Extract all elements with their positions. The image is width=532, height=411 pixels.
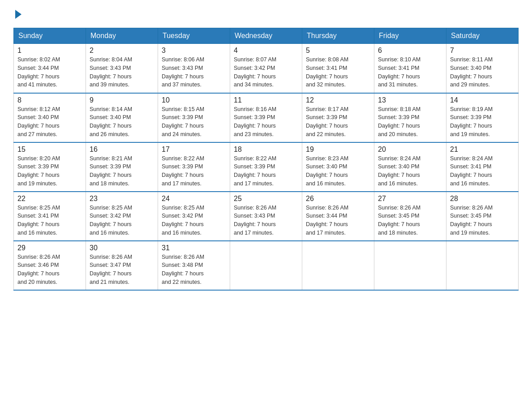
day-number: 6 [378, 47, 442, 55]
day-info: Sunrise: 8:16 AMSunset: 3:39 PMDaylight:… [234, 105, 298, 139]
day-info: Sunrise: 8:14 AMSunset: 3:40 PMDaylight:… [90, 105, 154, 139]
day-info: Sunrise: 8:25 AMSunset: 3:41 PMDaylight:… [17, 204, 82, 237]
header-row: SundayMondayTuesdayWednesdayThursdayFrid… [14, 28, 519, 44]
calendar-week-row: 1Sunrise: 8:02 AMSunset: 3:44 PMDaylight… [14, 44, 519, 93]
day-info: Sunrise: 8:20 AMSunset: 3:39 PMDaylight:… [17, 154, 82, 188]
calendar-day-cell: 29Sunrise: 8:26 AMSunset: 3:46 PMDayligh… [14, 241, 86, 290]
day-number: 31 [162, 244, 226, 252]
day-number: 24 [162, 195, 226, 203]
day-of-week-header: Sunday [14, 28, 86, 44]
day-info: Sunrise: 8:23 AMSunset: 3:40 PMDaylight:… [306, 154, 370, 188]
day-number: 5 [306, 47, 370, 55]
day-number: 17 [162, 146, 226, 154]
calendar-week-row: 29Sunrise: 8:26 AMSunset: 3:46 PMDayligh… [14, 241, 519, 290]
calendar-day-cell: 15Sunrise: 8:20 AMSunset: 3:39 PMDayligh… [14, 142, 86, 192]
logo [13, 9, 21, 19]
calendar-day-cell [446, 241, 519, 290]
day-number: 18 [234, 146, 298, 154]
calendar-body: 1Sunrise: 8:02 AMSunset: 3:44 PMDaylight… [14, 44, 519, 290]
day-info: Sunrise: 8:24 AMSunset: 3:41 PMDaylight:… [450, 154, 515, 188]
calendar-day-cell: 5Sunrise: 8:08 AMSunset: 3:41 PMDaylight… [302, 44, 374, 93]
calendar-day-cell: 9Sunrise: 8:14 AMSunset: 3:40 PMDaylight… [86, 93, 158, 142]
day-info: Sunrise: 8:19 AMSunset: 3:39 PMDaylight:… [450, 105, 515, 139]
day-of-week-header: Monday [86, 28, 158, 44]
day-info: Sunrise: 8:08 AMSunset: 3:41 PMDaylight:… [306, 56, 370, 89]
calendar-day-cell: 16Sunrise: 8:21 AMSunset: 3:39 PMDayligh… [86, 142, 158, 192]
calendar-day-cell: 26Sunrise: 8:26 AMSunset: 3:44 PMDayligh… [302, 192, 374, 241]
calendar-day-cell: 25Sunrise: 8:26 AMSunset: 3:43 PMDayligh… [230, 192, 302, 241]
day-info: Sunrise: 8:26 AMSunset: 3:47 PMDaylight:… [90, 253, 154, 287]
day-info: Sunrise: 8:26 AMSunset: 3:45 PMDaylight:… [378, 204, 442, 237]
day-number: 25 [234, 195, 298, 203]
day-number: 13 [378, 96, 442, 104]
day-info: Sunrise: 8:26 AMSunset: 3:43 PMDaylight:… [234, 204, 298, 237]
calendar-day-cell: 6Sunrise: 8:10 AMSunset: 3:41 PMDaylight… [374, 44, 446, 93]
day-number: 15 [17, 146, 82, 154]
calendar-week-row: 15Sunrise: 8:20 AMSunset: 3:39 PMDayligh… [14, 142, 519, 192]
calendar-day-cell: 10Sunrise: 8:15 AMSunset: 3:39 PMDayligh… [158, 93, 230, 142]
day-info: Sunrise: 8:25 AMSunset: 3:42 PMDaylight:… [162, 204, 226, 237]
calendar-day-cell: 12Sunrise: 8:17 AMSunset: 3:39 PMDayligh… [302, 93, 374, 142]
day-info: Sunrise: 8:24 AMSunset: 3:40 PMDaylight:… [378, 154, 442, 188]
day-number: 26 [306, 195, 370, 203]
page-header [13, 9, 519, 19]
calendar-day-cell: 21Sunrise: 8:24 AMSunset: 3:41 PMDayligh… [446, 142, 519, 192]
day-info: Sunrise: 8:22 AMSunset: 3:39 PMDaylight:… [234, 154, 298, 188]
day-info: Sunrise: 8:26 AMSunset: 3:46 PMDaylight:… [17, 253, 82, 287]
day-info: Sunrise: 8:12 AMSunset: 3:40 PMDaylight:… [17, 105, 82, 139]
day-number: 10 [162, 96, 226, 104]
calendar-day-cell: 11Sunrise: 8:16 AMSunset: 3:39 PMDayligh… [230, 93, 302, 142]
day-number: 23 [90, 195, 154, 203]
day-info: Sunrise: 8:18 AMSunset: 3:39 PMDaylight:… [378, 105, 442, 139]
calendar-day-cell [230, 241, 302, 290]
calendar-day-cell [374, 241, 446, 290]
calendar-day-cell: 2Sunrise: 8:04 AMSunset: 3:43 PMDaylight… [86, 44, 158, 93]
day-number: 2 [90, 47, 154, 55]
day-number: 28 [450, 195, 515, 203]
calendar-day-cell: 30Sunrise: 8:26 AMSunset: 3:47 PMDayligh… [86, 241, 158, 290]
day-number: 14 [450, 96, 515, 104]
calendar-day-cell: 28Sunrise: 8:26 AMSunset: 3:45 PMDayligh… [446, 192, 519, 241]
calendar-day-cell: 19Sunrise: 8:23 AMSunset: 3:40 PMDayligh… [302, 142, 374, 192]
calendar-day-cell: 20Sunrise: 8:24 AMSunset: 3:40 PMDayligh… [374, 142, 446, 192]
calendar-day-cell: 8Sunrise: 8:12 AMSunset: 3:40 PMDaylight… [14, 93, 86, 142]
day-of-week-header: Wednesday [230, 28, 302, 44]
day-info: Sunrise: 8:07 AMSunset: 3:42 PMDaylight:… [234, 56, 298, 89]
day-number: 3 [162, 47, 226, 55]
day-info: Sunrise: 8:21 AMSunset: 3:39 PMDaylight:… [90, 154, 154, 188]
calendar-day-cell [302, 241, 374, 290]
day-number: 19 [306, 146, 370, 154]
calendar-day-cell: 4Sunrise: 8:07 AMSunset: 3:42 PMDaylight… [230, 44, 302, 93]
day-info: Sunrise: 8:11 AMSunset: 3:40 PMDaylight:… [450, 56, 515, 89]
day-info: Sunrise: 8:22 AMSunset: 3:39 PMDaylight:… [162, 154, 226, 188]
calendar-day-cell: 14Sunrise: 8:19 AMSunset: 3:39 PMDayligh… [446, 93, 519, 142]
calendar-day-cell: 23Sunrise: 8:25 AMSunset: 3:42 PMDayligh… [86, 192, 158, 241]
day-number: 12 [306, 96, 370, 104]
calendar-day-cell: 27Sunrise: 8:26 AMSunset: 3:45 PMDayligh… [374, 192, 446, 241]
day-info: Sunrise: 8:26 AMSunset: 3:44 PMDaylight:… [306, 204, 370, 237]
calendar-day-cell: 31Sunrise: 8:26 AMSunset: 3:48 PMDayligh… [158, 241, 230, 290]
day-info: Sunrise: 8:25 AMSunset: 3:42 PMDaylight:… [90, 204, 154, 237]
day-number: 20 [378, 146, 442, 154]
day-of-week-header: Tuesday [158, 28, 230, 44]
day-number: 8 [17, 96, 82, 104]
calendar-day-cell: 22Sunrise: 8:25 AMSunset: 3:41 PMDayligh… [14, 192, 86, 241]
day-of-week-header: Friday [374, 28, 446, 44]
day-number: 4 [234, 47, 298, 55]
day-number: 9 [90, 96, 154, 104]
calendar-week-row: 8Sunrise: 8:12 AMSunset: 3:40 PMDaylight… [14, 93, 519, 142]
calendar-day-cell: 18Sunrise: 8:22 AMSunset: 3:39 PMDayligh… [230, 142, 302, 192]
calendar-day-cell: 1Sunrise: 8:02 AMSunset: 3:44 PMDaylight… [14, 44, 86, 93]
day-info: Sunrise: 8:06 AMSunset: 3:43 PMDaylight:… [162, 56, 226, 89]
day-info: Sunrise: 8:10 AMSunset: 3:41 PMDaylight:… [378, 56, 442, 89]
day-info: Sunrise: 8:15 AMSunset: 3:39 PMDaylight:… [162, 105, 226, 139]
calendar-header: SundayMondayTuesdayWednesdayThursdayFrid… [14, 28, 519, 44]
day-info: Sunrise: 8:26 AMSunset: 3:48 PMDaylight:… [162, 253, 226, 287]
calendar-day-cell: 17Sunrise: 8:22 AMSunset: 3:39 PMDayligh… [158, 142, 230, 192]
calendar-day-cell: 3Sunrise: 8:06 AMSunset: 3:43 PMDaylight… [158, 44, 230, 93]
calendar-day-cell: 24Sunrise: 8:25 AMSunset: 3:42 PMDayligh… [158, 192, 230, 241]
logo-arrow-icon [15, 10, 21, 19]
day-of-week-header: Saturday [446, 28, 519, 44]
day-number: 27 [378, 195, 442, 203]
day-number: 21 [450, 146, 515, 154]
